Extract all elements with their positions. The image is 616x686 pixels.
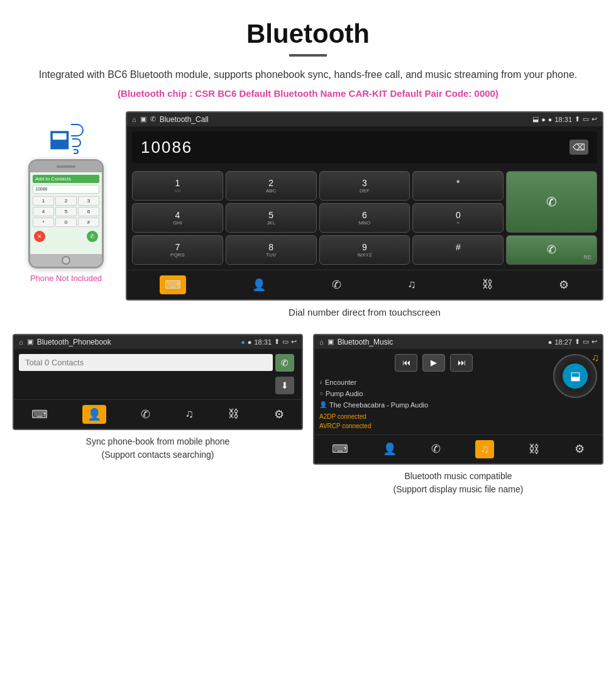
page-description: Integrated with BC6 Bluetooth module, su… — [38, 67, 578, 83]
phone-key-4: 4 — [33, 207, 54, 216]
person-icon: 👤 — [319, 401, 327, 408]
pb-window-icon: ▭ — [282, 338, 289, 346]
page-specs: (Bluetooth chip : CSR BC6 Default Blueto… — [38, 88, 578, 99]
music-content: ⏮ ▶ ⏭ ♪ Encounter ○ Pump Audio 👤 The — [314, 349, 602, 434]
next-button[interactable]: ⏭ — [450, 354, 473, 372]
ms-nav-music[interactable]: ♫ — [475, 440, 494, 458]
phonebook-search-bar[interactable]: Total 0 Contacts — [19, 354, 273, 371]
pb-nav-contacts[interactable]: 👤 — [82, 405, 106, 424]
music-car-screen: ⌂ ▣ Bluetooth_Music ● 18:27 ⬆ ▭ ↩ ⏮ ▶ ⏭ — [313, 334, 603, 465]
key-9[interactable]: 9 WXYZ — [319, 235, 410, 265]
key-1[interactable]: 1 ○○ — [132, 171, 223, 201]
pb-nav-settings[interactable]: ⚙ — [274, 407, 284, 421]
music-album: ○ Pump Audio — [319, 388, 548, 399]
pb-back-icon: ↩ — [291, 338, 297, 346]
pb-nav-call[interactable]: ✆ — [141, 407, 150, 421]
pb-camera-icon: ▣ — [27, 338, 33, 346]
phonebook-screen-wrap: ⌂ ▣ Bluetooth_Phonebook ● ● 18:31 ⬆ ▭ ↩ … — [13, 334, 303, 496]
phone-input: 10086 — [33, 185, 99, 194]
phonebook-nav-bar: ⌨ 👤 ✆ ♫ ⛓ ⚙ — [14, 399, 302, 429]
phonebook-buttons: ✆ ⬇ — [275, 354, 297, 394]
phone-key-2: 2 — [55, 196, 77, 206]
key-star[interactable]: * — [412, 171, 503, 201]
keypad-grid: 1 ○○ 2 ABC 3 DEF * ✆ 4 GHI 5 JKL 6 MNO 0… — [127, 169, 602, 267]
nav-contacts-icon[interactable]: 👤 — [252, 278, 266, 292]
key-0[interactable]: 0 + — [412, 203, 503, 233]
pb-nav-keypad[interactable]: ⌨ — [31, 407, 48, 421]
pb-home-icon: ⌂ — [19, 338, 23, 346]
bluetooth-disc-icon: ⬓ — [563, 363, 588, 389]
key-8[interactable]: 8 TUV — [226, 235, 317, 265]
nav-music-icon[interactable]: ♫ — [407, 278, 416, 291]
backspace-button[interactable]: ⌫ — [569, 140, 588, 155]
play-pause-button[interactable]: ▶ — [422, 354, 445, 372]
music-caption: Bluetooth music compatible (Support disp… — [313, 470, 603, 496]
signal-waves — [72, 124, 84, 154]
recall-button[interactable]: ✆ RE — [506, 235, 597, 265]
time-display: 18:31 — [554, 116, 572, 123]
phonebook-caption-line2: (Support contacts searching) — [102, 450, 214, 460]
phonebook-main: Total 0 Contacts — [19, 354, 273, 394]
pb-signal-dot: ● — [248, 338, 252, 346]
dial-display: 10086 ⌫ — [132, 131, 597, 163]
pb-bt-dot: ● — [241, 338, 245, 346]
phonebook-download-btn[interactable]: ⬇ — [275, 377, 294, 394]
music-nav-bar: ⌨ 👤 ✆ ♫ ⛓ ⚙ — [314, 434, 602, 463]
page-title: Bluetooth — [38, 19, 578, 49]
wave-large — [71, 124, 84, 136]
music-statusbar: ⌂ ▣ Bluetooth_Music ● 18:27 ⬆ ▭ ↩ — [314, 335, 602, 349]
ms-signal-dot: ● — [548, 338, 553, 346]
key-3[interactable]: 3 DEF — [319, 171, 410, 201]
pb-nav-music[interactable]: ♫ — [185, 407, 194, 421]
ms-home-icon: ⌂ — [319, 338, 324, 346]
statusbar-right-icons: ⬓ ● ● 18:31 ⬆ ▭ ↩ — [532, 115, 597, 123]
page-header: Bluetooth Integrated with BC6 Bluetooth … — [0, 0, 616, 105]
car-dial-screen: ⌂ ▣ ✆ Bluetooth_Call ⬓ ● ● 18:31 ⬆ ▭ ↩ 1… — [126, 111, 603, 301]
wave-medium — [72, 138, 81, 147]
pb-time: 18:31 — [254, 338, 272, 346]
ms-nav-settings[interactable]: ⚙ — [575, 442, 585, 456]
phone-bottom-buttons: ✕ ✆ — [33, 230, 99, 243]
avrcp-status: AVRCP connected — [319, 423, 548, 429]
music-caption-line2: (Support display music file name) — [393, 484, 524, 494]
phone-end-call-btn: ✕ — [34, 231, 45, 242]
ms-nav-call[interactable]: ✆ — [431, 442, 441, 456]
expand-icon: ⬆ — [575, 115, 580, 123]
signal-dot2: ● — [548, 116, 553, 123]
music-screen-wrap: ⌂ ▣ Bluetooth_Music ● 18:27 ⬆ ▭ ↩ ⏮ ▶ ⏭ — [313, 334, 603, 496]
phonebook-call-btn[interactable]: ✆ — [275, 354, 294, 372]
key-6[interactable]: 6 MNO — [319, 203, 410, 233]
phonebook-statusbar: ⌂ ▣ Bluetooth_Phonebook ● ● 18:31 ⬆ ▭ ↩ — [14, 335, 302, 349]
phonebook-caption-line1: Sync phone-book from mobile phone — [86, 436, 230, 446]
nav-settings-icon[interactable]: ⚙ — [559, 278, 569, 292]
call-icon-small: ✆ — [150, 115, 156, 123]
key-2[interactable]: 2 ABC — [226, 171, 317, 201]
car-dial-screen-section: ⌂ ▣ ✆ Bluetooth_Call ⬓ ● ● 18:31 ⬆ ▭ ↩ 1… — [126, 111, 603, 328]
music-artist-album: 👤 The Cheebacabra - Pump Audio — [319, 399, 548, 411]
ms-nav-contacts[interactable]: 👤 — [383, 442, 397, 456]
key-5[interactable]: 5 JKL — [226, 203, 317, 233]
phone-keypad: 1 2 3 4 5 6 * 0 # — [33, 196, 99, 227]
music-note-decoration: ♫ — [591, 352, 599, 363]
phonebook-car-screen: ⌂ ▣ Bluetooth_Phonebook ● ● 18:31 ⬆ ▭ ↩ … — [13, 334, 303, 430]
nav-call-icon[interactable]: ✆ — [332, 278, 341, 292]
pb-nav-link[interactable]: ⛓ — [228, 407, 239, 421]
call-button[interactable]: ✆ — [506, 171, 597, 233]
prev-button[interactable]: ⏮ — [395, 354, 417, 372]
phone-key-5: 5 — [55, 207, 77, 216]
ms-nav-link[interactable]: ⛓ — [529, 443, 540, 456]
phone-speaker — [57, 165, 75, 168]
key-4[interactable]: 4 GHI — [132, 203, 223, 233]
phone-key-6: 6 — [78, 207, 99, 216]
music-disc: ⬓ ♫ — [553, 354, 597, 398]
home-icon: ⌂ — [132, 116, 136, 123]
music-track-name: ♪ Encounter — [319, 377, 548, 388]
dial-nav-bar: ⌨ 👤 ✆ ♫ ⛓ ⚙ — [127, 270, 602, 299]
window-icon: ▭ — [583, 115, 589, 123]
nav-keypad-icon[interactable]: ⌨ — [160, 275, 186, 294]
nav-link-icon[interactable]: ⛓ — [482, 278, 493, 291]
ms-nav-keypad[interactable]: ⌨ — [332, 442, 348, 456]
key-hash[interactable]: # — [412, 235, 503, 265]
key-7[interactable]: 7 PQRS — [132, 235, 223, 265]
phone-add-contacts: Add to Contacts — [33, 175, 99, 183]
